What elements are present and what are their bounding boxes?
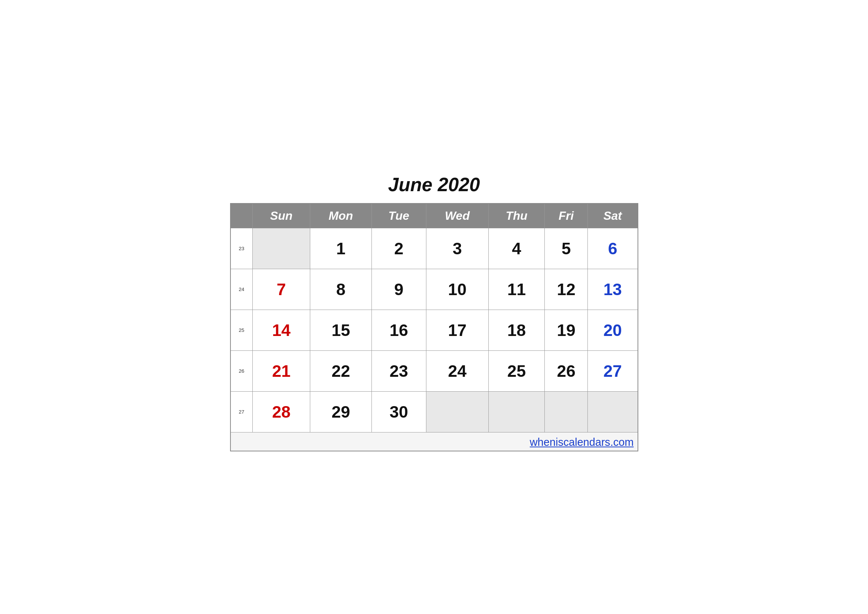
calendar-day: 6	[588, 228, 638, 269]
calendar-day: 21	[253, 351, 310, 392]
watermark-row: wheniscalendars.com	[231, 433, 638, 451]
calendar-day: 24	[426, 351, 488, 392]
week-row: 23123456	[231, 228, 638, 269]
watermark-text: wheniscalendars.com	[530, 436, 634, 448]
calendar-day: 9	[372, 269, 426, 310]
calendar-title: June 2020	[230, 163, 638, 203]
calendar-day: 15	[310, 310, 372, 351]
calendar-day: 16	[372, 310, 426, 351]
header-row: Sun Mon Tue Wed Thu Fri Sat	[231, 203, 638, 228]
week-row: 27282930	[231, 392, 638, 433]
calendar-day	[488, 392, 544, 433]
calendar-day: 26	[545, 351, 588, 392]
week-number: 26	[231, 351, 253, 392]
calendar-day: 3	[426, 228, 488, 269]
calendar-day	[253, 228, 310, 269]
calendar-day: 10	[426, 269, 488, 310]
week-number: 23	[231, 228, 253, 269]
week-number: 25	[231, 310, 253, 351]
calendar-container: June 2020 Sun Mon Tue Wed Thu Fri Sat 23…	[230, 163, 638, 451]
week-row: 2514151617181920	[231, 310, 638, 351]
header-no	[231, 203, 253, 228]
calendar-day: 5	[545, 228, 588, 269]
calendar-day: 27	[588, 351, 638, 392]
calendar-day: 30	[372, 392, 426, 433]
week-number: 27	[231, 392, 253, 433]
header-sat: Sat	[588, 203, 638, 228]
week-row: 2478910111213	[231, 269, 638, 310]
calendar-day: 13	[588, 269, 638, 310]
watermark-cell: wheniscalendars.com	[231, 433, 638, 451]
calendar-day	[588, 392, 638, 433]
calendar-day	[545, 392, 588, 433]
calendar-day: 12	[545, 269, 588, 310]
header-mon: Mon	[310, 203, 372, 228]
calendar-day: 19	[545, 310, 588, 351]
calendar-day: 28	[253, 392, 310, 433]
calendar-day: 2	[372, 228, 426, 269]
calendar-day: 4	[488, 228, 544, 269]
calendar-day: 23	[372, 351, 426, 392]
calendar-day: 14	[253, 310, 310, 351]
calendar-day: 25	[488, 351, 544, 392]
week-number: 24	[231, 269, 253, 310]
header-tue: Tue	[372, 203, 426, 228]
calendar-day	[426, 392, 488, 433]
calendar-day: 17	[426, 310, 488, 351]
calendar-day: 20	[588, 310, 638, 351]
header-thu: Thu	[488, 203, 544, 228]
header-sun: Sun	[253, 203, 310, 228]
week-row: 2621222324252627	[231, 351, 638, 392]
calendar-day: 22	[310, 351, 372, 392]
calendar-day: 1	[310, 228, 372, 269]
calendar-day: 11	[488, 269, 544, 310]
header-wed: Wed	[426, 203, 488, 228]
calendar-table: Sun Mon Tue Wed Thu Fri Sat 231234562478…	[230, 203, 638, 451]
calendar-day: 18	[488, 310, 544, 351]
calendar-day: 29	[310, 392, 372, 433]
header-fri: Fri	[545, 203, 588, 228]
calendar-day: 8	[310, 269, 372, 310]
calendar-day: 7	[253, 269, 310, 310]
